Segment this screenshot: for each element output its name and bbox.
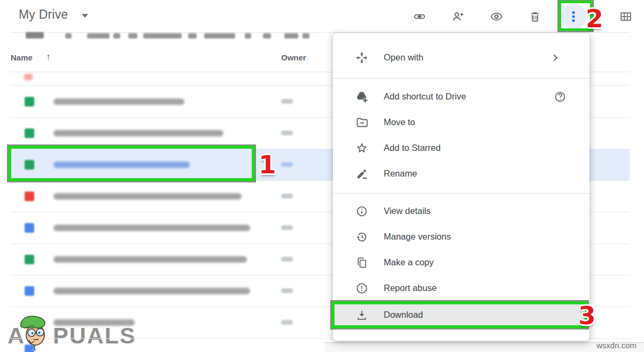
menu-item-label: Rename [384,169,417,179]
share-person-add-icon [452,10,464,23]
remove-button[interactable] [529,10,541,23]
blurred-owner [281,288,293,293]
menu-divider [333,78,589,79]
context-menu: Open with Add shortcut to Drive Move to [333,33,589,341]
menu-item-open-with[interactable]: Open with [333,42,589,74]
menu-item-report-abuse[interactable]: Report abuse [333,276,589,301]
blurred-file-name [53,319,135,326]
chevron-right-icon [549,51,562,64]
blurred-owner [281,320,293,325]
blurred-file-name [53,288,250,294]
menu-item-make-a-copy[interactable]: Make a copy [333,250,589,276]
menu-item-label: Make a copy [384,257,434,267]
menu-item-label: Add to Starred [384,143,440,153]
history-icon [355,231,368,243]
menu-item-rename[interactable]: Rename [333,161,589,187]
step1-highlight-box [8,146,255,181]
step2-number: 2 [586,6,603,31]
blurred-owner [281,257,293,262]
site-watermark: wsxdn.com [596,341,637,350]
file-type-icon [25,192,34,201]
move-to-folder-icon [355,116,368,129]
grid-view-icon [619,10,632,23]
file-type-icon [25,97,34,106]
preview-eye-icon [490,10,503,23]
menu-item-manage-versions[interactable]: Manage versions [333,224,589,250]
info-icon [355,205,368,218]
preview-button[interactable] [490,10,503,23]
step1-number: 1 [259,152,276,177]
blurred-owner [281,131,293,135]
menu-item-label: Report abuse [384,283,437,293]
help-icon [554,90,567,103]
menu-item-view-details[interactable]: View details [333,198,589,224]
share-button[interactable] [452,10,464,23]
menu-item-label: Open with [384,52,423,63]
blurred-owner [281,99,293,104]
menu-item-add-to-starred[interactable]: Add to Starred [333,135,589,161]
menu-item-label: Move to [384,117,415,127]
add-shortcut-to-drive-icon [355,90,368,103]
blurred-owner [281,194,293,198]
star-icon [355,142,368,155]
blurred-file-name [53,193,242,200]
rename-pencil-icon [355,167,368,180]
file-type-icon [25,255,34,264]
file-type-icon [25,223,34,233]
blurred-owner [281,162,293,167]
grid-view-button[interactable] [619,10,632,23]
open-with-icon [355,51,368,64]
menu-divider [333,193,589,194]
file-type-icon [25,128,34,138]
blurred-file-name [53,130,223,136]
menu-item-label: Manage versions [384,232,451,242]
mascot-cartoon [18,312,52,352]
report-abuse-icon [355,282,368,295]
remove-trash-icon [529,10,541,23]
step3-highlight-box [331,301,588,328]
get-link-icon [413,10,426,23]
copy-icon [355,256,368,269]
blurred-file-name [53,256,247,263]
blurred-file-name [53,225,250,231]
blurred-owner [281,225,293,230]
google-drive-window: My Drive [0,0,644,352]
blurred-file-name [53,98,184,105]
file-type-icon [25,286,34,296]
step3-number: 3 [578,303,596,328]
menu-item-add-shortcut[interactable]: Add shortcut to Drive [333,84,589,110]
menu-item-label: Add shortcut to Drive [384,91,466,102]
get-link-button[interactable] [413,10,426,23]
menu-item-label: View details [384,206,431,216]
menu-item-move-to[interactable]: Move to [333,110,589,135]
